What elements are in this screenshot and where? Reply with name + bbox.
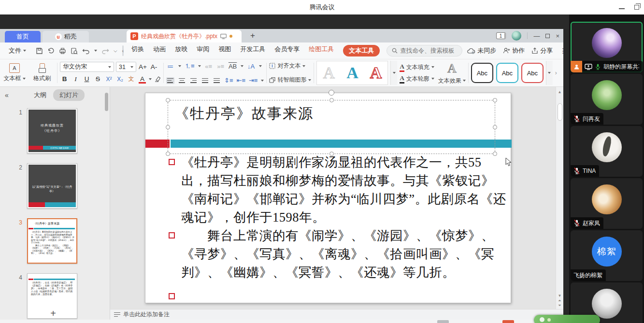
rotate-handle[interactable]: [329, 90, 334, 96]
slide-thumbnail-3[interactable]: 3 《牡丹亭》故事来源 《牡丹亭》是明朝剧作家汤显祖的代表作之一，共55出，描写…: [0, 218, 106, 264]
bullets-button[interactable]: ≔: [166, 63, 175, 70]
redo-icon[interactable]: [101, 47, 109, 54]
font-name-select[interactable]: 华文仿宋: [60, 62, 114, 72]
scroll-tabs-left-button[interactable]: ‹: [122, 45, 124, 56]
tab-home[interactable]: 首页: [5, 31, 41, 42]
align-left-button[interactable]: [166, 77, 174, 84]
wordart-gallery-more[interactable]: [390, 61, 397, 85]
vertical-scrollbar[interactable]: ▲ ▼ ⏶ ⏷: [556, 87, 563, 309]
window-list-badge[interactable]: 1: [496, 32, 506, 39]
handle-mid-right[interactable]: [493, 125, 497, 129]
numbering-button[interactable]: ⒈≡: [185, 62, 195, 70]
participant-tile[interactable]: 闫再友: [571, 74, 643, 125]
para-spacing-before-button[interactable]: ⇤≡: [236, 77, 245, 84]
clear-format-icon[interactable]: [154, 76, 161, 82]
line-spacing-button[interactable]: ⇕≡: [224, 77, 233, 84]
print-preview-icon[interactable]: [71, 47, 78, 55]
participant-tile[interactable]: 棉絮 飞扬的棉絮: [571, 230, 643, 281]
command-search[interactable]: [386, 45, 462, 56]
add-slide-button[interactable]: +: [0, 308, 106, 319]
slide-page[interactable]: 《牡丹亭》故事来源: [145, 93, 511, 303]
align-center-button[interactable]: [178, 77, 186, 84]
decrease-indent-button[interactable]: «≡: [204, 63, 213, 70]
ribbon-tab-draw-tools[interactable]: 绘图工具: [309, 45, 334, 56]
slide-body[interactable]: 《牡丹亭》是明朝剧作家汤显祖的代表作之一，共55出，描写杜丽娘和柳梦梅的爱情故事…: [163, 153, 507, 299]
tab-slides[interactable]: 幻灯片: [53, 89, 85, 101]
scroll-up-arrow[interactable]: ▲: [556, 90, 563, 94]
next-slide-button[interactable]: ⏷: [558, 304, 561, 307]
wordart-style-2[interactable]: A: [346, 64, 358, 82]
undo-icon[interactable]: [82, 47, 90, 54]
participant-tile[interactable]: 赵家凤: [571, 178, 643, 229]
sync-status[interactable]: 未同步: [467, 46, 496, 55]
save-icon[interactable]: [36, 47, 43, 55]
sidebar-collapse-button[interactable]: «: [5, 91, 9, 99]
tab-docer[interactable]: u 稻壳: [43, 31, 89, 42]
align-text-button[interactable]: 对齐文本: [269, 62, 311, 70]
wps-maximize-icon[interactable]: [545, 34, 550, 38]
participant-tile[interactable]: TINA: [571, 126, 643, 177]
superscript-button[interactable]: X²: [104, 74, 114, 84]
scroll-down-arrow[interactable]: ▼: [558, 294, 562, 297]
align-right-button[interactable]: [189, 77, 198, 84]
new-tab-button[interactable]: +: [250, 31, 255, 41]
handle-top-left[interactable]: [166, 98, 170, 102]
character-spacing-button[interactable]: AB: [229, 63, 237, 70]
slide-canvas[interactable]: 《牡丹亭》故事来源: [110, 87, 556, 309]
justify-button[interactable]: [201, 77, 209, 84]
export-icon[interactable]: [47, 47, 55, 55]
scrollbar-thumb[interactable]: [558, 103, 562, 121]
notes-bar[interactable]: 单击此处添加备注: [110, 309, 563, 320]
share-button[interactable]: 分享: [531, 46, 553, 55]
italic-button[interactable]: I: [71, 74, 80, 84]
ribbon-tab-text-tools[interactable]: 文本工具: [343, 45, 380, 56]
text-fill-button[interactable]: A文本填充: [400, 63, 434, 71]
more-menu-icon[interactable]: ⋮: [559, 47, 566, 55]
toolbar-expand-button[interactable]: ›: [555, 61, 557, 85]
collapse-qat-icon[interactable]: ⌵: [114, 48, 117, 54]
shape-style-more[interactable]: [546, 61, 553, 85]
participant-tile-sharing[interactable]: 胡静的屏幕共享: [571, 22, 643, 72]
ribbon-tab-animation[interactable]: 动画: [153, 45, 166, 56]
collaborate-button[interactable]: 协作: [503, 46, 525, 55]
tab-outline[interactable]: 大纲: [34, 91, 46, 99]
search-input[interactable]: [400, 47, 457, 54]
shape-style-cyan[interactable]: Abc: [496, 63, 518, 83]
bold-button[interactable]: B: [60, 74, 69, 84]
wps-account-avatar[interactable]: [512, 31, 521, 41]
ribbon-tab-developer[interactable]: 开发工具: [240, 45, 265, 56]
decrease-font-button[interactable]: A-: [149, 62, 158, 72]
ribbon-tab-transition[interactable]: 切换: [131, 45, 144, 56]
strikethrough-button[interactable]: S: [93, 74, 102, 84]
text-outline-button[interactable]: A文本轮廓: [400, 74, 434, 83]
handle-mid-left[interactable]: [166, 125, 170, 129]
tab-document[interactable]: P 经典戏曲欣赏《牡丹亭》.pptx: [127, 30, 242, 42]
handle-top-center[interactable]: [329, 98, 334, 102]
print-icon[interactable]: [59, 47, 66, 55]
restore-icon[interactable]: [634, 5, 639, 10]
convert-smart-graphic-button[interactable]: 转智能图形: [269, 76, 311, 84]
ribbon-tab-view[interactable]: 视图: [218, 45, 231, 56]
ribbon-tab-slideshow[interactable]: 放映: [175, 45, 187, 56]
para-spacing-after-button[interactable]: ⇥≡: [249, 77, 258, 84]
increase-indent-button[interactable]: »≡: [216, 63, 225, 70]
undo-caret[interactable]: [94, 50, 97, 52]
shape-style-black[interactable]: Abc: [471, 63, 493, 83]
file-menu[interactable]: 文件: [9, 46, 26, 55]
format-painter-button[interactable]: 格式刷: [29, 61, 55, 85]
underline-button[interactable]: U: [82, 74, 91, 84]
ribbon-tab-member[interactable]: 会员专享: [274, 45, 300, 56]
slide-thumbnail-2[interactable]: 2 以“真性情”写“大文章”：《牡丹亭》: [0, 163, 106, 209]
statusbar-item[interactable]: [437, 320, 449, 323]
font-color-button[interactable]: A: [138, 74, 147, 84]
subscript-button[interactable]: X₂: [115, 74, 125, 84]
handle-top-right[interactable]: [493, 98, 497, 102]
previous-slide-button[interactable]: ⏶: [558, 299, 561, 302]
text-effects-button[interactable]: A 文本效果: [438, 61, 466, 85]
textbox-button[interactable]: A 文本框: [2, 61, 27, 85]
shape-style-red[interactable]: Abc: [521, 63, 544, 83]
wps-close-icon[interactable]: ×: [556, 32, 559, 40]
pinyin-guide-button[interactable]: 文: [127, 74, 136, 84]
wordart-style-3[interactable]: A: [370, 64, 382, 82]
text-direction-button[interactable]: ↓A: [247, 63, 256, 70]
